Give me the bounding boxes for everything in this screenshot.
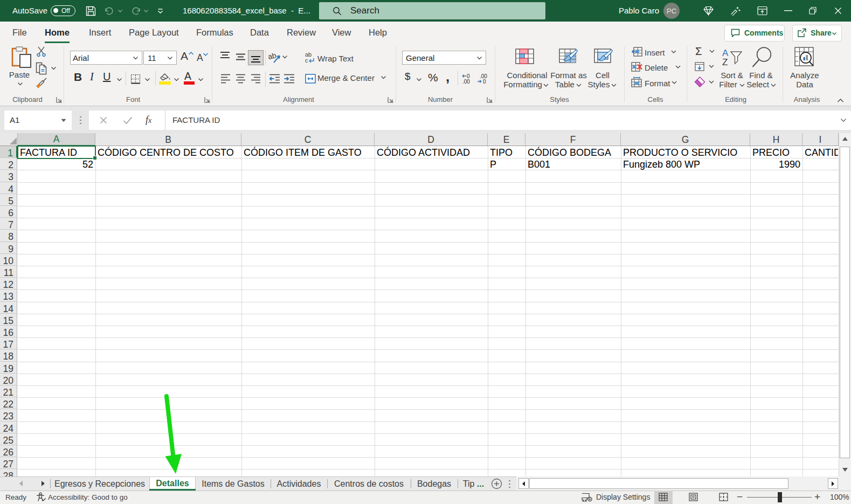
svg-text:0: 0	[483, 79, 486, 84]
svg-text:c: c	[305, 57, 308, 64]
svg-text:Z: Z	[722, 57, 728, 66]
svg-text:.00: .00	[462, 79, 470, 84]
